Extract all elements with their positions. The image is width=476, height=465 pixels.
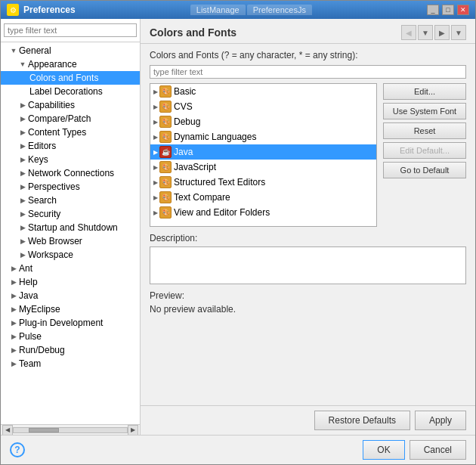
tree-item-java[interactable]: ▶ Java — [1, 289, 140, 302]
edit-default-button[interactable]: Edit Default... — [383, 142, 466, 159]
tree-item-network-connections[interactable]: ▶ Network Connections — [1, 166, 140, 180]
expand-icon-perspectives: ▶ — [19, 183, 26, 191]
expand-icon-appearance: ▼ — [19, 60, 26, 68]
tree-item-help[interactable]: ▶ Help — [1, 275, 140, 289]
colors-tree-item-cvs[interactable]: ▶ 🎨 CVS — [150, 99, 376, 114]
maximize-button[interactable]: □ — [442, 5, 454, 15]
expand-dynamic-icon: ▶ — [153, 134, 158, 141]
expand-icon-general: ▼ — [10, 47, 17, 54]
tree-item-content-types[interactable]: ▶ Content Types — [1, 126, 140, 139]
app-icon: ⚙ — [7, 4, 19, 16]
javascript-icon: 🎨 — [159, 161, 172, 173]
right-action-buttons: Edit... Use System Font Reset Edit Defau… — [383, 83, 466, 178]
ok-button[interactable]: OK — [363, 440, 404, 460]
java-icon: ☕ — [159, 146, 172, 158]
tree-item-capabilities[interactable]: ▶ Capabilities — [1, 98, 140, 112]
expand-icon-myeclipse: ▶ — [10, 305, 17, 313]
javascript-label: JavaScript — [174, 162, 216, 172]
restore-defaults-button[interactable]: Restore Defaults — [314, 411, 410, 430]
scroll-left-btn[interactable]: ◀ — [2, 425, 13, 436]
expand-java-icon: ▶ — [153, 149, 158, 156]
tab-preferencesjs[interactable]: PreferencesJs — [247, 5, 312, 15]
go-to-default-button[interactable]: Go to Default — [383, 162, 466, 178]
colors-tree-item-java[interactable]: ▶ ☕ Java — [150, 144, 376, 160]
cancel-button[interactable]: Cancel — [410, 440, 466, 460]
nav-forward-dropdown-button[interactable]: ▼ — [451, 25, 466, 40]
colors-tree-item-javascript[interactable]: ▶ 🎨 JavaScript — [150, 160, 376, 175]
tree-item-startup[interactable]: ▶ Startup and Shutdown — [1, 221, 140, 234]
close-button[interactable]: ✕ — [457, 5, 469, 15]
tree-item-ant[interactable]: ▶ Ant — [1, 262, 140, 275]
tree-item-team[interactable]: ▶ Team — [1, 357, 140, 370]
basic-label: Basic — [174, 86, 196, 97]
java-label: Java — [174, 147, 193, 157]
dynamic-languages-icon: 🎨 — [159, 131, 172, 143]
edit-button[interactable]: Edit... — [383, 83, 466, 100]
right-title: Colors and Fonts — [150, 26, 236, 39]
nav-dropdown-button[interactable]: ▼ — [418, 25, 433, 40]
cvs-icon: 🎨 — [159, 101, 172, 113]
scroll-thumb[interactable] — [29, 428, 59, 432]
right-header: Colors and Fonts ◀ ▼ ▶ ▼ — [141, 19, 475, 44]
colors-tree-item-basic[interactable]: ▶ 🎨 Basic — [150, 84, 376, 99]
bottom-action-area: Restore Defaults Apply — [141, 405, 475, 435]
use-system-font-button[interactable]: Use System Font — [383, 103, 466, 119]
scroll-right-btn[interactable]: ▶ — [128, 425, 138, 436]
minimize-button[interactable]: _ — [427, 5, 439, 15]
expand-icon-search: ▶ — [19, 197, 26, 204]
tree-item-keys[interactable]: ▶ Keys — [1, 153, 140, 166]
tree-item-colors-and-fonts[interactable]: Colors and Fonts — [1, 71, 140, 85]
tree-item-general[interactable]: ▼ General — [1, 44, 140, 57]
tree-item-appearance[interactable]: ▼ Appearance — [1, 57, 140, 71]
tree-item-editors[interactable]: ▶ Editors — [1, 139, 140, 153]
left-filter-input[interactable] — [4, 23, 137, 37]
tree-item-pulse[interactable]: ▶ Pulse — [1, 330, 140, 343]
preview-text: No preview available. — [150, 302, 466, 316]
expand-icon-content-types: ▶ — [19, 129, 26, 136]
help-icon[interactable]: ? — [10, 442, 25, 457]
right-panel: Colors and Fonts ◀ ▼ ▶ ▼ Colors and Font… — [141, 19, 475, 435]
debug-label: Debug — [174, 116, 200, 127]
nav-back-button[interactable]: ◀ — [401, 25, 416, 40]
colors-tree-item-text-compare[interactable]: ▶ 🎨 Text Compare — [150, 190, 376, 205]
content-area: ▼ General ▼ Appearance Colors and Fonts — [1, 19, 475, 435]
expand-icon-pulse: ▶ — [10, 333, 17, 340]
tree-item-compare-patch[interactable]: ▶ Compare/Patch — [1, 112, 140, 126]
expand-structured-icon: ▶ — [153, 179, 158, 186]
preferences-dialog: ⚙ Preferences ListManage PreferencesJs _… — [0, 0, 476, 465]
left-tree: ▼ General ▼ Appearance Colors and Fonts — [1, 42, 140, 424]
nav-forward-button[interactable]: ▶ — [434, 25, 450, 40]
tree-item-plugin-dev[interactable]: ▶ Plug-in Development — [1, 316, 140, 330]
text-compare-label: Text Compare — [174, 192, 230, 203]
tree-item-search[interactable]: ▶ Search — [1, 194, 140, 207]
tree-item-myeclipse[interactable]: ▶ MyEclipse — [1, 302, 140, 316]
colors-tree-item-dynamic-lang[interactable]: ▶ 🎨 Dynamic Languages — [150, 129, 376, 144]
section-label: Colors and Fonts (? = any character, * =… — [150, 50, 466, 60]
apply-button[interactable]: Apply — [415, 411, 466, 430]
description-box — [150, 246, 466, 284]
colors-filter-input[interactable] — [150, 65, 466, 79]
colors-tree[interactable]: ▶ 🎨 Basic ▶ 🎨 CVS ▶ 🎨 — [150, 83, 377, 227]
colors-tree-item-view-editor[interactable]: ▶ 🎨 View and Editor Folders — [150, 205, 376, 220]
tree-item-label-decorations[interactable]: Label Decorations — [1, 85, 140, 98]
tree-item-run-debug[interactable]: ▶ Run/Debug — [1, 343, 140, 357]
expand-icon-web-browser: ▶ — [19, 237, 26, 245]
tree-item-workspace[interactable]: ▶ Workspace — [1, 248, 140, 262]
dialog-bottom: ? OK Cancel — [1, 435, 475, 464]
expand-javascript-icon: ▶ — [153, 164, 158, 171]
colors-tree-item-structured[interactable]: ▶ 🎨 Structured Text Editors — [150, 175, 376, 190]
title-bar: ⚙ Preferences ListManage PreferencesJs _… — [1, 1, 475, 19]
tree-item-security[interactable]: ▶ Security — [1, 207, 140, 221]
tab-listmanage[interactable]: ListManage — [190, 5, 246, 15]
window-title: Preferences — [23, 5, 76, 15]
expand-icon-keys: ▶ — [19, 156, 26, 163]
structured-icon: 🎨 — [159, 176, 172, 188]
colors-tree-item-debug[interactable]: ▶ 🎨 Debug — [150, 114, 376, 129]
tree-item-web-browser[interactable]: ▶ Web Browser — [1, 234, 140, 248]
expand-text-compare-icon: ▶ — [153, 194, 158, 201]
tree-item-perspectives[interactable]: ▶ Perspectives — [1, 180, 140, 194]
expand-icon-editors: ▶ — [19, 142, 26, 150]
expand-icon-run-debug: ▶ — [10, 346, 17, 354]
title-tabs: ListManage PreferencesJs — [190, 5, 312, 15]
reset-button[interactable]: Reset — [383, 122, 466, 139]
